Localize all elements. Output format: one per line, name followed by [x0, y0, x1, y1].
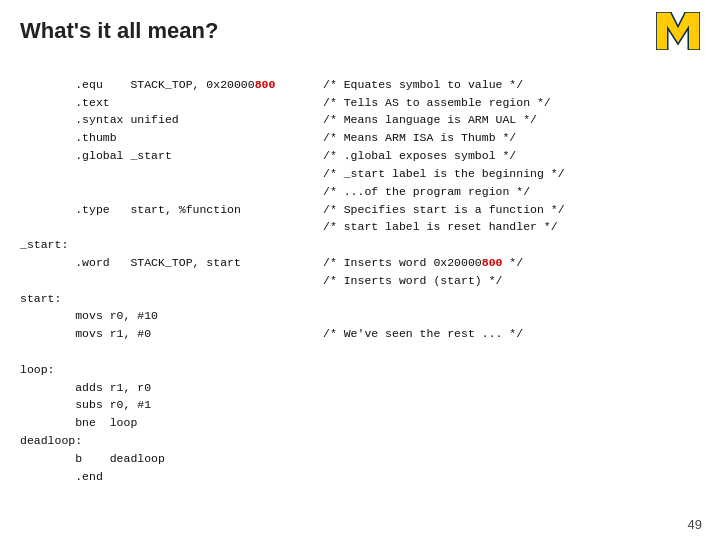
- comment-global: /* .global exposes symbol */: [323, 149, 516, 162]
- comment-word2: /* Inserts word (start) */: [323, 274, 502, 287]
- header: What's it all mean?: [0, 0, 720, 58]
- line-loop-label: loop:: [20, 363, 55, 376]
- comment-program: /* ...of the program region */: [323, 185, 530, 198]
- code-section: .equ STACK_TOP, 0x20000800 .text .syntax…: [20, 58, 315, 503]
- svg-marker-0: [656, 12, 700, 50]
- line-syntax: .syntax unified: [20, 113, 179, 126]
- comment-function: /* Specifies start is a function */: [323, 203, 565, 216]
- line-text: .text: [20, 96, 110, 109]
- page-number: 49: [688, 517, 702, 532]
- line-equ: .equ STACK_TOP, 0x20000800: [20, 78, 275, 91]
- comment-thumb: /* Means ARM ISA is Thumb */: [323, 131, 516, 144]
- comment-word1: /* Inserts word 0x20000800 */: [323, 256, 523, 269]
- comment-blank-start: [323, 238, 330, 251]
- line-start-section: start:: [20, 292, 61, 305]
- line-deadloop-label: deadloop:: [20, 434, 82, 447]
- line-thumb: .thumb: [20, 131, 117, 144]
- comment-syntax: /* Means language is ARM UAL */: [323, 113, 537, 126]
- main-content: .equ STACK_TOP, 0x20000800 .text .syntax…: [0, 58, 720, 503]
- line-start-label: _start:: [20, 238, 68, 251]
- line-global: .global _start: [20, 149, 172, 162]
- comment-text: /* Tells AS to assemble region */: [323, 96, 551, 109]
- page-title: What's it all mean?: [20, 18, 218, 44]
- line-type: .type start, %function: [20, 203, 241, 216]
- line-bne: bne loop: [20, 416, 137, 429]
- line-movs2: movs r1, #0: [20, 327, 151, 340]
- line-blank5: [20, 345, 27, 358]
- comment-reset: /* start label is reset handler */: [323, 220, 558, 233]
- line-blank3: [20, 220, 27, 233]
- line-word: .word STACK_TOP, start: [20, 256, 241, 269]
- comment-blank-start3: [323, 309, 330, 322]
- um-logo: [656, 12, 700, 50]
- comment-equ: /* Equates symbol to value */: [323, 78, 523, 91]
- line-movs1: movs r0, #10: [20, 309, 158, 322]
- comment-beginning: /* _start label is the beginning */: [323, 167, 565, 180]
- line-b: b deadloop: [20, 452, 165, 465]
- line-subs: subs r0, #1: [20, 398, 151, 411]
- line-blank4: [20, 274, 27, 287]
- line-adds: adds r1, r0: [20, 381, 151, 394]
- comment-rest: /* We've seen the rest ... */: [323, 327, 523, 340]
- comment-blank-start2: [323, 292, 330, 305]
- line-end: .end: [20, 470, 103, 483]
- comment-section: /* Equates symbol to value */ /* Tells A…: [315, 58, 565, 503]
- line-blank2: [20, 185, 27, 198]
- line-blank1: [20, 167, 27, 180]
